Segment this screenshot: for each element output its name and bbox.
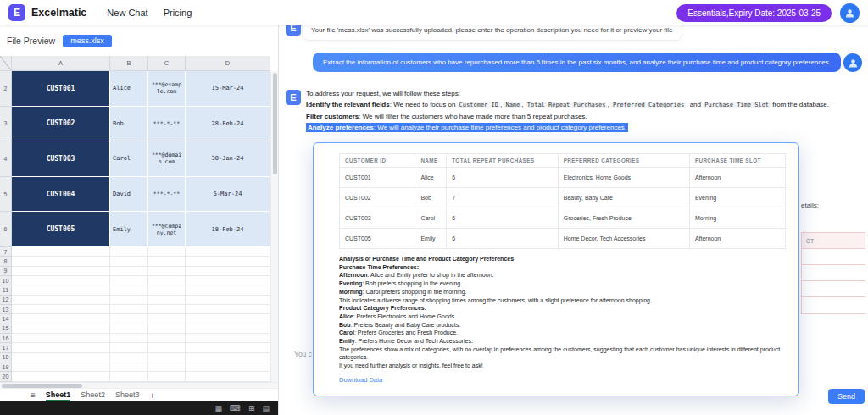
cell-date[interactable]: 18-Feb-24: [186, 212, 270, 247]
sheet-tab-sheet2[interactable]: Sheet2: [81, 389, 105, 401]
empty-cell[interactable]: [148, 296, 186, 305]
cell-date[interactable]: 5-Mar-24: [186, 177, 270, 213]
cells-view-icon[interactable]: ▤: [262, 405, 270, 412]
empty-cell[interactable]: [12, 257, 110, 266]
sheet-tab-sheet1[interactable]: Sheet1: [46, 389, 71, 401]
plan-badge[interactable]: Essentials,Expiry Date: 2025-03-25: [676, 4, 832, 22]
row-number[interactable]: 2: [0, 71, 12, 107]
empty-cell[interactable]: [186, 343, 270, 352]
file-tab-mess-xlsx[interactable]: mess.xlsx: [63, 35, 112, 47]
vertical-scrollbar-thumb[interactable]: [273, 73, 277, 174]
nav-new-chat[interactable]: New Chat: [107, 8, 147, 18]
user-avatar[interactable]: [840, 3, 860, 23]
row-number[interactable]: 16: [0, 334, 12, 343]
empty-cell[interactable]: [110, 343, 148, 352]
row-number[interactable]: 5: [0, 177, 12, 213]
empty-cell[interactable]: [110, 334, 148, 343]
empty-cell[interactable]: [110, 257, 148, 266]
empty-cell[interactable]: [148, 362, 186, 372]
row-number[interactable]: 13: [0, 305, 12, 314]
download-data-link[interactable]: Download Data: [339, 376, 382, 384]
empty-cell[interactable]: [148, 314, 186, 324]
cell-name[interactable]: Bob: [110, 107, 148, 142]
empty-cell[interactable]: [12, 296, 110, 305]
empty-cell[interactable]: [110, 296, 148, 305]
row-number[interactable]: 4: [0, 141, 12, 177]
send-button[interactable]: Send: [828, 389, 865, 404]
empty-cell[interactable]: [110, 285, 148, 295]
sheet-tab-sheet3[interactable]: Sheet3: [115, 389, 140, 401]
cell-name[interactable]: Carol: [110, 141, 148, 177]
empty-cell[interactable]: [110, 247, 148, 257]
row-number[interactable]: 15: [0, 324, 12, 334]
cell-customer-id[interactable]: CUST001: [12, 71, 110, 107]
empty-cell[interactable]: [148, 257, 186, 266]
empty-cell[interactable]: [186, 372, 270, 381]
row-number[interactable]: 3: [0, 107, 12, 142]
column-header[interactable]: C: [148, 56, 186, 71]
empty-cell[interactable]: [12, 305, 110, 314]
cell-date[interactable]: 15-Mar-24: [186, 71, 270, 107]
empty-cell[interactable]: [110, 353, 148, 362]
empty-cell[interactable]: [12, 334, 110, 343]
empty-cell[interactable]: [110, 324, 148, 334]
empty-cell[interactable]: [12, 314, 110, 324]
cell-customer-id[interactable]: CUST002: [12, 107, 110, 142]
cell-name[interactable]: David: [110, 177, 148, 213]
cell-customer-id[interactable]: CUST004: [12, 177, 110, 213]
empty-cell[interactable]: [148, 305, 186, 314]
row-number[interactable]: 18: [0, 353, 12, 362]
empty-cell[interactable]: [186, 334, 270, 343]
empty-cell[interactable]: [148, 276, 186, 285]
empty-cell[interactable]: [148, 353, 186, 362]
empty-cell[interactable]: [148, 285, 186, 295]
row-number[interactable]: 19: [0, 362, 12, 372]
cell-date[interactable]: 28-Feb-24: [186, 107, 270, 142]
empty-cell[interactable]: [186, 276, 270, 285]
empty-cell[interactable]: [186, 267, 270, 276]
empty-cell[interactable]: [110, 372, 148, 381]
cell-name[interactable]: Alice: [110, 71, 148, 107]
add-sheet-button[interactable]: +: [149, 390, 154, 401]
empty-cell[interactable]: [110, 267, 148, 276]
cell-contact[interactable]: ***@domain.com: [148, 141, 186, 177]
row-number[interactable]: 9: [0, 267, 12, 276]
empty-cell[interactable]: [12, 343, 110, 352]
empty-cell[interactable]: [148, 324, 186, 334]
empty-cell[interactable]: [186, 305, 270, 314]
cell-contact[interactable]: ***-*-**: [148, 177, 186, 213]
empty-cell[interactable]: [186, 353, 270, 362]
sheet-menu-icon[interactable]: ≡: [31, 390, 36, 400]
calculator-icon[interactable]: ▦: [214, 405, 222, 412]
empty-cell[interactable]: [12, 372, 110, 381]
cell-customer-id[interactable]: CUST003: [12, 141, 110, 177]
empty-cell[interactable]: [110, 362, 148, 372]
horizontal-scrollbar[interactable]: [0, 382, 278, 388]
empty-cell[interactable]: [12, 362, 110, 372]
empty-cell[interactable]: [186, 362, 270, 372]
empty-cell[interactable]: [148, 372, 186, 381]
column-header[interactable]: D: [186, 56, 270, 71]
grid-view-icon[interactable]: ⊞: [248, 405, 255, 412]
empty-cell[interactable]: [12, 267, 110, 276]
nav-pricing[interactable]: Pricing: [164, 8, 192, 18]
keyboard-icon[interactable]: ⌨: [230, 405, 241, 412]
empty-cell[interactable]: [186, 285, 270, 295]
empty-cell[interactable]: [110, 276, 148, 285]
cell-contact[interactable]: ***@example.com: [148, 71, 186, 107]
cell-contact[interactable]: ***@company.net: [148, 212, 186, 247]
horizontal-scrollbar-thumb[interactable]: [2, 384, 82, 388]
empty-cell[interactable]: [12, 324, 110, 334]
vertical-scrollbar[interactable]: [270, 71, 278, 382]
row-number[interactable]: 8: [0, 257, 12, 266]
empty-cell[interactable]: [186, 257, 270, 266]
row-number[interactable]: 14: [0, 314, 12, 324]
empty-cell[interactable]: [148, 343, 186, 352]
empty-cell[interactable]: [110, 305, 148, 314]
row-number[interactable]: 20: [0, 372, 12, 381]
empty-cell[interactable]: [186, 324, 270, 334]
row-number[interactable]: 11: [0, 285, 12, 295]
select-all-corner[interactable]: [0, 56, 12, 71]
empty-cell[interactable]: [12, 285, 110, 295]
empty-cell[interactable]: [12, 276, 110, 285]
